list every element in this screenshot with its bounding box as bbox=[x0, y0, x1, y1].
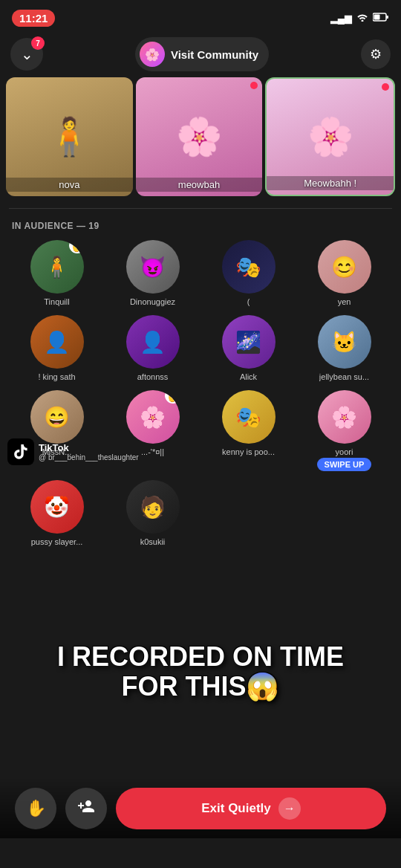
bottom-controls: ✋ Exit Quietly → bbox=[0, 779, 401, 838]
speaker-card-meowbahh[interactable]: 🌸 Meowbahh ! bbox=[265, 77, 395, 196]
speakers-row: 🧍 nova 🌸 meowbah 🌸 Meowbahh ! bbox=[0, 77, 401, 196]
notification-badge: 7 bbox=[31, 36, 45, 50]
wifi-icon bbox=[356, 13, 368, 24]
audience-name-kingsath: ! king sath bbox=[38, 372, 75, 381]
swipe-up-button[interactable]: SWIPE UP bbox=[317, 458, 372, 471]
audience-avatar-special: 🌸 ✋ bbox=[126, 390, 180, 444]
exit-quietly-button[interactable]: Exit Quietly → bbox=[116, 788, 386, 829]
exit-arrow-icon: → bbox=[278, 797, 301, 820]
audience-avatar-missn: 😄 bbox=[30, 390, 84, 444]
audience-avatar-anon: 🎭 bbox=[222, 240, 276, 294]
audience-member-yen[interactable]: 😊 yen bbox=[299, 240, 389, 306]
audience-avatar-kenny: 🎭 bbox=[222, 390, 276, 444]
content-wrapper: 🧍 nova 🌸 meowbah 🌸 Meowbahh ! IN AUDIENC… bbox=[0, 77, 401, 739]
audience-avatar-kosukii: 🧑 bbox=[126, 480, 180, 534]
audience-avatar-tinquill: 🧍 ✋ bbox=[30, 240, 84, 294]
raise-hand-icon: ✋ bbox=[26, 799, 46, 818]
audience-name-tinquill: Tinquill bbox=[44, 297, 69, 306]
section-divider bbox=[9, 208, 392, 209]
audience-header: IN AUDIENCE — 19 bbox=[0, 221, 401, 240]
audience-name-missn: MissN... bbox=[42, 447, 72, 456]
dropdown-button[interactable]: ⌄ 7 bbox=[10, 38, 43, 71]
audience-name-kenny: kenny is poo... bbox=[222, 447, 275, 456]
audience-name-pussyslayer: pussy slayer... bbox=[31, 537, 83, 546]
community-avatar: 🌸 bbox=[140, 42, 165, 67]
audience-name-aftonnss: aftonnss bbox=[137, 372, 169, 381]
audience-avatar-alick: 🌌 bbox=[222, 315, 276, 369]
audience-member-alick[interactable]: 🌌 Alick bbox=[203, 315, 293, 381]
audience-member-tinquill[interactable]: 🧍 ✋ Tinquill bbox=[12, 240, 102, 306]
audience-member-jellybean[interactable]: 🐱 jellybean su... bbox=[299, 315, 389, 381]
battery-icon bbox=[373, 13, 389, 24]
audience-name-yen: yen bbox=[338, 297, 351, 306]
audience-member-kingsath[interactable]: 👤 ! king sath bbox=[12, 315, 102, 381]
audience-member-dinonuggiez[interactable]: 😈 Dinonuggiez bbox=[108, 240, 198, 306]
top-bar: ⌄ 7 🌸 Visit Community ⚙ bbox=[0, 33, 401, 77]
audience-member-anon[interactable]: 🎭 ( bbox=[203, 240, 293, 306]
chevron-down-icon: ⌄ bbox=[21, 45, 33, 63]
speaker-name-nova: nova bbox=[6, 178, 133, 192]
audience-name-yoori: yoori SWIPE UP bbox=[317, 447, 372, 471]
audience-avatar-kingsath: 👤 bbox=[30, 315, 84, 369]
audience-avatar-yen: 😊 bbox=[318, 240, 371, 294]
community-label: Visit Community bbox=[171, 48, 258, 61]
exit-label: Exit Quietly bbox=[201, 801, 271, 816]
add-person-button[interactable] bbox=[65, 788, 107, 829]
visit-community-button[interactable]: 🌸 Visit Community bbox=[135, 37, 269, 71]
speaker-name-meowbah: meowbah bbox=[136, 178, 263, 192]
audience-member-missn[interactable]: 😄 MissN... bbox=[12, 390, 102, 471]
audience-name-special: ...-'*¤|| bbox=[141, 447, 164, 456]
audience-member-special[interactable]: 🌸 ✋ ...-'*¤|| bbox=[108, 390, 198, 471]
raise-hand-button[interactable]: ✋ bbox=[15, 788, 56, 829]
add-person-icon bbox=[77, 797, 95, 820]
audience-member-kenny[interactable]: 🎭 kenny is poo... bbox=[203, 390, 293, 471]
audience-name-kosukii: k0sukii bbox=[140, 537, 166, 546]
audience-name-dinonuggiez: Dinonuggiez bbox=[130, 297, 175, 306]
signal-icon: ▂▄▆ bbox=[330, 13, 352, 24]
speaker-card-meowbah[interactable]: 🌸 meowbah bbox=[136, 77, 263, 196]
audience-name-anon: ( bbox=[247, 297, 250, 306]
audience-name-jellybean: jellybean su... bbox=[319, 372, 369, 381]
audience-member-kosukii[interactable]: 🧑 k0sukii bbox=[108, 480, 198, 546]
audience-avatar-yoori: 🌸 bbox=[318, 390, 371, 444]
raise-hand-indicator: ✋ bbox=[69, 240, 84, 253]
audience-member-aftonnss[interactable]: 👤 aftonnss bbox=[108, 315, 198, 381]
audience-avatar-aftonnss: 👤 bbox=[126, 315, 180, 369]
speaker-name-meowbahh: Meowbahh ! bbox=[267, 176, 394, 190]
audience-member-yoori[interactable]: 🌸 yoori SWIPE UP bbox=[299, 390, 389, 471]
status-icons: ▂▄▆ bbox=[330, 13, 389, 24]
svg-rect-2 bbox=[386, 16, 388, 19]
audience-avatar-dinonuggiez: 😈 bbox=[126, 240, 180, 294]
audience-name-alick: Alick bbox=[240, 372, 257, 381]
raise-hand-indicator-2: ✋ bbox=[165, 390, 180, 404]
live-indicator-2 bbox=[382, 83, 389, 91]
audience-grid: 🧍 ✋ Tinquill 😈 Dinonuggiez 🎭 ( 😊 yen 👤 !… bbox=[0, 240, 401, 546]
status-time: 11:21 bbox=[12, 10, 55, 27]
audience-avatar-pussyslayer: 🤡 bbox=[30, 480, 84, 534]
audience-avatar-jellybean: 🐱 bbox=[318, 315, 371, 369]
audience-member-pussyslayer[interactable]: 🤡 pussy slayer... bbox=[12, 480, 102, 546]
settings-button[interactable]: ⚙ bbox=[361, 39, 391, 69]
speaker-card-nova[interactable]: 🧍 nova bbox=[6, 77, 133, 196]
gear-icon: ⚙ bbox=[370, 46, 382, 62]
status-bar: 11:21 ▂▄▆ bbox=[0, 0, 401, 33]
svg-rect-1 bbox=[374, 14, 380, 19]
